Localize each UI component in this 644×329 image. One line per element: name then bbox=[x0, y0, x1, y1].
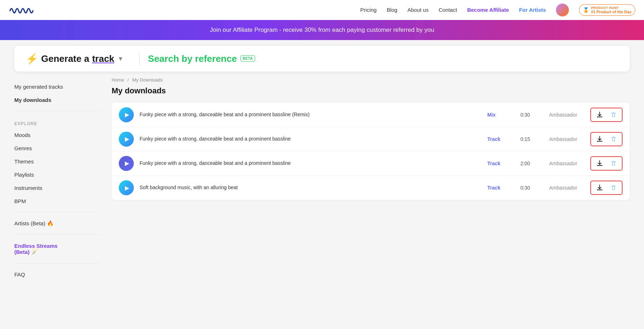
sidebar-item-my-downloads[interactable]: My downloads bbox=[14, 93, 100, 107]
track-plan: Ambassador bbox=[542, 136, 585, 142]
sidebar-item-instruments[interactable]: Instruments bbox=[14, 181, 100, 195]
avatar[interactable] bbox=[556, 4, 569, 16]
breadcrumb-current: My Downloads bbox=[132, 77, 163, 83]
ph-badge-line1: PRODUCT HUNT bbox=[591, 6, 631, 10]
downloads-table: ▶ Funky piece with a strong, danceable b… bbox=[112, 103, 630, 200]
sidebar-item-endless-streams[interactable]: Endless Streams (Beta) 🪄 bbox=[14, 239, 100, 259]
medal-icon: 🏅 bbox=[583, 7, 589, 13]
track-type[interactable]: Track bbox=[487, 185, 509, 191]
table-row: ▶ Funky piece with a strong, danceable b… bbox=[112, 103, 630, 127]
sidebar: My generated tracks My downloads EXPLORE… bbox=[14, 77, 100, 281]
track-title: Soft background music, with an alluring … bbox=[140, 184, 482, 191]
play-button[interactable]: ▶ bbox=[119, 132, 134, 147]
table-row: ▶ Soft background music, with an allurin… bbox=[112, 176, 630, 200]
track-plan: Ambassador bbox=[542, 185, 585, 191]
track-type[interactable]: Track bbox=[487, 136, 509, 142]
track-duration: 2:00 bbox=[514, 161, 536, 166]
sidebar-item-playlists[interactable]: Playlists bbox=[14, 168, 100, 181]
table-row: ▶ Funky piece with a strong, danceable b… bbox=[112, 151, 630, 176]
sidebar-item-themes[interactable]: Themes bbox=[14, 155, 100, 168]
track-type[interactable]: Mix bbox=[487, 112, 509, 118]
play-icon: ▶ bbox=[125, 160, 129, 167]
generate-prefix: Generate a bbox=[41, 53, 89, 64]
ph-badge-line2: #1 Product of the Day bbox=[591, 10, 631, 14]
track-duration: 0:30 bbox=[514, 112, 536, 118]
generate-track-word: track bbox=[92, 53, 114, 64]
download-button[interactable] bbox=[595, 135, 605, 143]
track-title: Funky piece with a strong, danceable bea… bbox=[140, 160, 482, 167]
page-title: My downloads bbox=[112, 86, 630, 95]
sidebar-divider-4 bbox=[14, 263, 100, 264]
track-title: Funky piece with a strong, danceable bea… bbox=[140, 136, 482, 143]
play-icon: ▶ bbox=[125, 136, 129, 142]
nav-pricing[interactable]: Pricing bbox=[360, 7, 377, 13]
track-duration: 0:15 bbox=[514, 136, 536, 142]
track-title: Funky piece with a strong, danceable bea… bbox=[140, 111, 482, 118]
play-icon: ▶ bbox=[125, 111, 129, 118]
track-plan: Ambassador bbox=[542, 161, 585, 166]
sidebar-item-artists-beta[interactable]: Artists (Beta) 🔥 bbox=[14, 217, 100, 230]
nav-for-artists[interactable]: For Artists bbox=[519, 7, 546, 13]
track-duration: 0:30 bbox=[514, 185, 536, 191]
explore-section-label: EXPLORE bbox=[14, 116, 100, 128]
delete-button[interactable] bbox=[609, 111, 618, 119]
chevron-down-icon: ▾ bbox=[119, 55, 122, 63]
navigation: Pricing Blog About us Contact Become Aff… bbox=[0, 0, 644, 20]
sidebar-divider-1 bbox=[14, 111, 100, 111]
sidebar-item-my-generated-tracks[interactable]: My generated tracks bbox=[14, 80, 100, 93]
delete-button[interactable] bbox=[609, 184, 618, 192]
sidebar-item-moods[interactable]: Moods bbox=[14, 128, 100, 142]
affiliate-banner[interactable]: Join our Affiliate Program - receive 30%… bbox=[0, 20, 644, 40]
play-button[interactable]: ▶ bbox=[119, 180, 134, 195]
tab-divider bbox=[139, 51, 140, 66]
download-button[interactable] bbox=[595, 159, 605, 168]
nav-about[interactable]: About us bbox=[408, 7, 429, 13]
nav-blog[interactable]: Blog bbox=[387, 7, 397, 13]
table-row: ▶ Funky piece with a strong, danceable b… bbox=[112, 127, 630, 151]
play-button[interactable]: ▶ bbox=[119, 107, 134, 122]
track-type[interactable]: Track bbox=[487, 161, 509, 166]
search-label: Search by reference bbox=[148, 53, 237, 64]
track-actions bbox=[590, 156, 623, 171]
nav-contact[interactable]: Contact bbox=[439, 7, 457, 13]
sidebar-item-faq[interactable]: FAQ bbox=[14, 268, 100, 281]
beta-badge: BETA bbox=[240, 55, 255, 62]
search-tab[interactable]: Search by reference BETA bbox=[148, 53, 255, 64]
track-actions bbox=[590, 181, 623, 195]
delete-button[interactable] bbox=[609, 159, 618, 167]
tabs-bar: ⚡ Generate a track ▾ Search by reference… bbox=[14, 46, 630, 72]
sidebar-item-bpm[interactable]: BPM bbox=[14, 195, 100, 208]
delete-button[interactable] bbox=[609, 135, 618, 143]
product-hunt-badge[interactable]: 🏅 PRODUCT HUNT #1 Product of the Day bbox=[579, 4, 635, 16]
sidebar-divider-2 bbox=[14, 212, 100, 212]
nav-affiliate[interactable]: Become Affiliate bbox=[467, 7, 509, 13]
lightning-icon: ⚡ bbox=[26, 53, 38, 65]
main-content: Home / My Downloads My downloads ▶ Funky… bbox=[100, 77, 630, 281]
play-icon: ▶ bbox=[125, 185, 129, 191]
breadcrumb-separator: / bbox=[127, 77, 129, 83]
play-button[interactable]: ▶ bbox=[119, 156, 134, 171]
breadcrumb: Home / My Downloads bbox=[112, 77, 630, 83]
body-layout: My generated tracks My downloads EXPLORE… bbox=[0, 77, 644, 295]
generate-tab[interactable]: ⚡ Generate a track ▾ bbox=[26, 53, 131, 65]
sidebar-item-genres[interactable]: Genres bbox=[14, 142, 100, 155]
breadcrumb-home[interactable]: Home bbox=[112, 77, 124, 83]
sidebar-divider-3 bbox=[14, 235, 100, 235]
endless-streams-label: Endless Streams bbox=[14, 243, 58, 249]
endless-streams-beta-label: (Beta) 🪄 bbox=[14, 249, 38, 255]
download-button[interactable] bbox=[595, 111, 605, 119]
track-actions bbox=[590, 132, 623, 146]
track-actions bbox=[590, 108, 623, 122]
track-plan: Ambassador bbox=[542, 112, 585, 118]
download-button[interactable] bbox=[595, 183, 605, 192]
logo[interactable] bbox=[9, 4, 34, 16]
